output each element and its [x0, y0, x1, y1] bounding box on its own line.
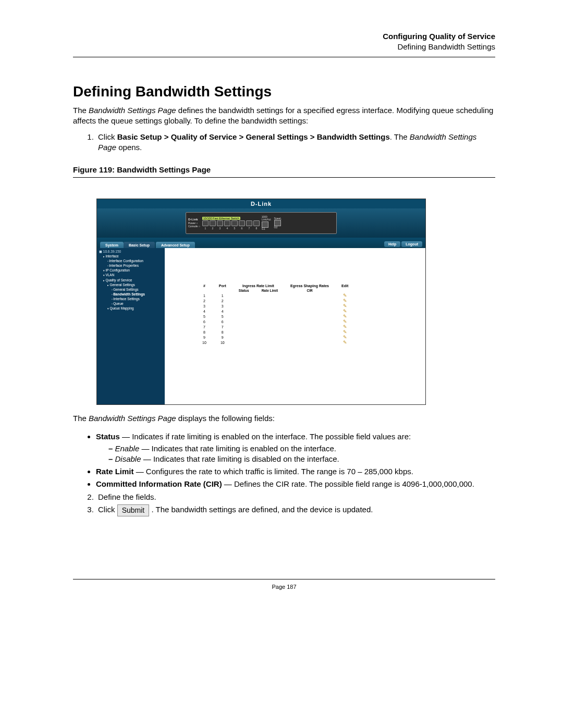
tab-system[interactable]: System — [100, 242, 124, 248]
table-row: 1010✎ — [196, 340, 354, 345]
col-num: # — [196, 283, 213, 288]
field-status-disable: Disable — Indicates that rate limiting i… — [108, 454, 495, 464]
cell-cir — [284, 340, 335, 345]
edit-icon[interactable]: ✎ — [343, 329, 347, 335]
nav-vlan[interactable]: VLAN — [99, 273, 163, 277]
device-ports: 10/100 Fast Ethernet Switch 12345678 — [202, 217, 260, 230]
cell-rate — [255, 319, 284, 324]
port-icon[interactable] — [202, 220, 209, 226]
cell-cir — [284, 309, 335, 314]
edit-icon[interactable]: ✎ — [343, 303, 347, 309]
table-row: 22✎ — [196, 298, 354, 303]
edit-icon[interactable]: ✎ — [343, 340, 347, 345]
cell-rate — [255, 298, 284, 303]
step-1: Click Basic Setup > Quality of Service >… — [96, 132, 495, 153]
cell-num: 5 — [196, 314, 213, 319]
table-row: 66✎ — [196, 319, 354, 324]
device-panel: D-Link Power ○ Console ○ 10/100 Fast Eth… — [97, 208, 425, 238]
col-edit: Edit — [335, 283, 354, 288]
nav-bandwidth-settings[interactable]: Bandwidth Settings — [99, 292, 163, 297]
field-status: Status — Indicates if rate limiting is e… — [96, 431, 495, 464]
cell-rate — [255, 340, 284, 345]
port-icon[interactable] — [246, 220, 252, 226]
cell-status — [232, 335, 255, 340]
cell-rate — [255, 309, 284, 314]
cell-port: 3 — [213, 303, 232, 309]
nav-iface-config[interactable]: Interface Configuration — [99, 258, 163, 263]
cell-cir — [284, 335, 335, 340]
tab-advanced-setup[interactable]: Advanced Setup — [156, 242, 195, 248]
cell-rate — [255, 335, 284, 340]
port-icon[interactable] — [253, 220, 260, 226]
cell-cir — [284, 303, 335, 309]
nav-queue[interactable]: Queue — [99, 301, 163, 306]
cell-num: 7 — [196, 324, 213, 329]
col-rate-limit: Rate Limit — [255, 288, 284, 293]
field-cir: Committed Information Rate (CIR) — Defin… — [96, 479, 495, 489]
table-row: 44✎ — [196, 309, 354, 314]
nav-root[interactable]: ◼ 10.6.39.150 — [99, 249, 163, 254]
edit-icon[interactable]: ✎ — [343, 319, 347, 324]
tab-bar: System Basic Setup Advanced Setup Help L… — [97, 238, 425, 248]
col-ingress: Ingress Rate Limit — [232, 283, 284, 288]
cell-status — [232, 309, 255, 314]
table-row: 99✎ — [196, 335, 354, 340]
cell-status — [232, 293, 255, 298]
col-status: Status — [232, 288, 255, 293]
nav-general-settings[interactable]: General Settings — [99, 282, 163, 287]
port-icon[interactable] — [217, 220, 223, 226]
col-port: Port — [213, 283, 232, 288]
device-image: D-Link Power ○ Console ○ 10/100 Fast Eth… — [186, 212, 337, 234]
nav-queue-mapping[interactable]: Queue Mapping — [99, 306, 163, 311]
nav-ip-config[interactable]: IP Configuration — [99, 268, 163, 273]
cell-rate — [255, 329, 284, 335]
cell-port: 4 — [213, 309, 232, 314]
cell-cir — [284, 314, 335, 319]
cell-cir — [284, 293, 335, 298]
cell-status — [232, 303, 255, 309]
figure-screenshot: D-Link D-Link Power ○ Console ○ 10/100 F… — [96, 199, 426, 405]
nav-qos[interactable]: Quality of Service — [99, 278, 163, 282]
intro-paragraph: The Bandwidth Settings Page defines the … — [73, 105, 495, 127]
brand-bar: D-Link — [97, 199, 425, 208]
cell-port: 8 — [213, 329, 232, 335]
nav-iface-props[interactable]: Interface Properties — [99, 263, 163, 268]
edit-icon[interactable]: ✎ — [343, 324, 347, 329]
cell-port: 9 — [213, 335, 232, 340]
bandwidth-table: # Port Ingress Rate Limit Egress Shaping… — [196, 283, 354, 345]
cell-rate — [255, 324, 284, 329]
header-subsection: Defining Bandwidth Settings — [73, 42, 495, 52]
cell-port: 6 — [213, 319, 232, 324]
header-section: Configuring Quality of Service — [73, 31, 495, 42]
edit-icon[interactable]: ✎ — [343, 298, 347, 303]
edit-icon[interactable]: ✎ — [343, 309, 347, 314]
nav-interface[interactable]: Interface — [99, 254, 163, 258]
cell-num: 1 — [196, 293, 213, 298]
cell-num: 8 — [196, 329, 213, 335]
logout-button[interactable]: Logout — [401, 241, 422, 247]
edit-icon[interactable]: ✎ — [343, 314, 347, 319]
cell-num: 2 — [196, 298, 213, 303]
edit-icon[interactable]: ✎ — [343, 335, 347, 340]
help-button[interactable]: Help — [384, 241, 400, 247]
nav-interface-settings[interactable]: Interface Settings — [99, 297, 163, 301]
cell-cir — [284, 329, 335, 335]
uplink-port-icon[interactable] — [262, 221, 268, 228]
cell-num: 6 — [196, 319, 213, 324]
port-icon[interactable] — [210, 220, 216, 226]
port-icon[interactable] — [231, 220, 238, 226]
port-icon[interactable] — [239, 220, 245, 226]
table-row: 55✎ — [196, 314, 354, 319]
table-row: 77✎ — [196, 324, 354, 329]
port-icon[interactable] — [224, 220, 230, 226]
submit-button[interactable]: Submit — [117, 504, 150, 516]
edit-icon[interactable]: ✎ — [343, 293, 347, 298]
cell-num: 4 — [196, 309, 213, 314]
nav-general-settings-2[interactable]: General Settings — [99, 287, 163, 292]
col-egress: Egress Shaping Rates — [284, 283, 335, 288]
cell-num: 9 — [196, 335, 213, 340]
field-list: Status — Indicates if rate limiting is e… — [73, 431, 495, 489]
tab-basic-setup[interactable]: Basic Setup — [124, 242, 155, 248]
steps-list-cont: Define the fields. Click Submit . The ba… — [73, 492, 495, 516]
cell-port: 7 — [213, 324, 232, 329]
